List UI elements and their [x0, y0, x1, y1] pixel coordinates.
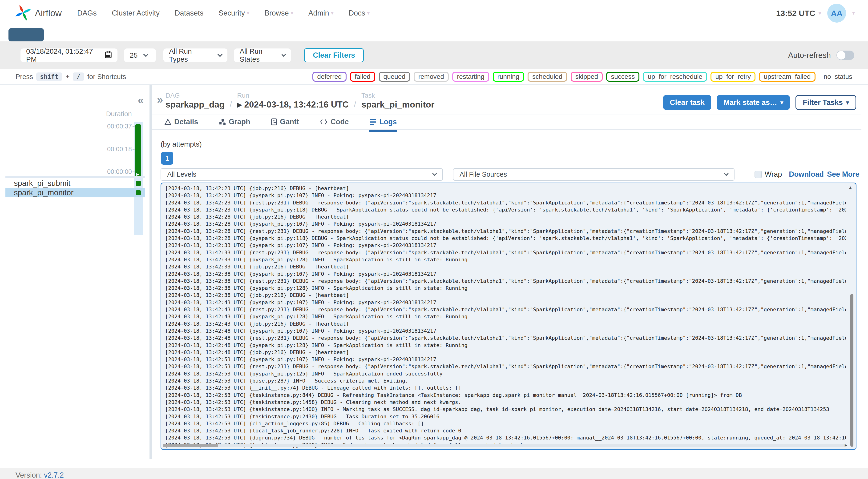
logs-icon: [369, 119, 376, 125]
graph-icon: [219, 118, 226, 125]
chevron-down-icon: [432, 171, 437, 176]
tab-gantt[interactable]: Gantt: [271, 118, 299, 132]
nav-item-docs[interactable]: Docs▾: [349, 9, 370, 18]
horizontal-scrollbar-thumb[interactable]: [163, 444, 218, 447]
shortcut-legend-row: Press shift + / for Shortcuts deferred f…: [0, 69, 868, 84]
run-states-select[interactable]: All Run States: [234, 49, 291, 62]
see-more-link[interactable]: See More: [827, 170, 860, 179]
log-line: [2024-03-18, 13:42:28 UTC] {rest.py:231}…: [165, 228, 846, 235]
collapse-sidebar-icon[interactable]: «: [138, 94, 144, 106]
auto-refresh-group: Auto-refresh: [788, 51, 854, 60]
log-line: [2024-03-18, 13:42:53 UTC] {rest.py:231}…: [165, 363, 846, 370]
mark-state-button[interactable]: Mark state as…▾: [717, 95, 790, 110]
date-filter-input[interactable]: 03/18/2024, 01:52:47 PM: [21, 49, 118, 62]
chevron-down-icon: ▾: [818, 10, 821, 16]
log-line: [2024-03-18, 13:42:33 UTC] {job.py:216} …: [165, 263, 846, 270]
log-line: [2024-03-18, 13:42:38 UTC] {pyspark_pi.p…: [165, 285, 846, 292]
task-state-square[interactable]: [136, 190, 141, 195]
nav-item-datasets[interactable]: Datasets: [175, 9, 204, 18]
duration-tick: 00:00:00: [107, 168, 132, 175]
log-lines: [2024-03-18, 13:42:23 UTC] {job.py:216} …: [161, 183, 856, 449]
wrap-checkbox[interactable]: [754, 171, 762, 178]
vertical-scrollbar-thumb[interactable]: [850, 294, 854, 447]
log-output[interactable]: [2024-03-18, 13:42:23 UTC] {job.py:216} …: [160, 183, 857, 450]
tick-mark: [132, 149, 135, 150]
log-line: [2024-03-18, 13:42:28 UTC] {job.py:216} …: [165, 213, 846, 220]
chevron-down-icon: ▾: [291, 10, 293, 16]
brand-name: Airflow: [35, 8, 62, 18]
status-badge: no_status: [819, 72, 857, 82]
manual-run-icon: ▶: [237, 101, 242, 108]
chevron-down-icon: ▾: [780, 99, 783, 106]
task-row-spark-pi-monitor[interactable]: spark_pi_monitor: [5, 188, 145, 197]
chevron-down-icon: [143, 52, 148, 57]
shortcut-hint: Press shift + / for Shortcuts: [16, 72, 126, 81]
breadcrumb-run: Run ▶ 2024-03-18, 13:42:16 UTC: [237, 92, 349, 109]
dag-link[interactable]: sparkapp_dag: [165, 100, 225, 109]
log-line: [2024-03-18, 13:42:33 UTC] {pyspark_pi.p…: [165, 242, 846, 249]
page-size-select[interactable]: 25: [124, 49, 156, 62]
status-badge: skipped: [571, 72, 603, 82]
log-line: [2024-03-18, 13:42:38 UTC] {pyspark_pi.p…: [165, 270, 846, 278]
auto-refresh-toggle[interactable]: [836, 51, 854, 60]
attempt-1-button[interactable]: 1: [161, 152, 173, 165]
log-line: [2024-03-18, 13:42:53 UTC] {cli_action_l…: [165, 420, 846, 427]
scroll-right-icon[interactable]: ▸: [845, 442, 847, 448]
wrap-toggle-group[interactable]: Wrap: [754, 170, 782, 179]
tab-code[interactable]: Code: [320, 118, 349, 132]
calendar-icon[interactable]: [105, 51, 112, 60]
log-line: [2024-03-18, 13:42:53 UTC] {taskinstance…: [165, 392, 846, 399]
grid-gap-strip: [5, 176, 145, 178]
download-log-link[interactable]: Download: [789, 170, 824, 179]
expand-panel-icon[interactable]: »: [157, 93, 163, 106]
details-icon: [164, 119, 172, 125]
panel-resize-handle[interactable]: [150, 85, 152, 459]
status-badge: success: [606, 72, 640, 82]
clear-filters-button[interactable]: Clear Filters: [304, 48, 364, 62]
duration-axis-label: Duration: [106, 110, 132, 118]
nav-item-browse[interactable]: Browse▾: [265, 9, 293, 18]
tab-logs[interactable]: Logs: [369, 118, 397, 132]
nav-item-dags[interactable]: DAGs: [77, 9, 97, 18]
version-link[interactable]: v2.7.2: [44, 471, 64, 479]
duration-tick: 00:00:18: [107, 146, 132, 153]
avatar[interactable]: AA: [827, 4, 846, 23]
log-line: [2024-03-18, 13:42:38 UTC] {job.py:216} …: [165, 292, 846, 299]
tick-mark: [132, 126, 135, 127]
log-levels-select[interactable]: All Levels: [160, 168, 443, 181]
wrap-label: Wrap: [765, 170, 782, 179]
tab-graph[interactable]: Graph: [219, 118, 250, 132]
task-link[interactable]: spark_pi_monitor: [361, 100, 434, 109]
clipped-button[interactable]: [8, 28, 44, 41]
chevron-down-icon: ▾: [331, 10, 334, 16]
airflow-logo[interactable]: Airflow: [14, 3, 62, 23]
nav-item-admin[interactable]: Admin▾: [308, 9, 334, 18]
task-row-spark-pi-submit[interactable]: spark_pi_submit: [5, 179, 145, 188]
chevron-down-icon: ▾: [367, 10, 370, 16]
nav-item-security[interactable]: Security▾: [218, 9, 249, 18]
task-state-square[interactable]: [136, 181, 141, 186]
nav-item-cluster-activity[interactable]: Cluster Activity: [112, 9, 160, 18]
file-sources-select[interactable]: All File Sources: [453, 168, 735, 181]
filter-tasks-button[interactable]: Filter Tasks▾: [796, 95, 856, 110]
shift-key: shift: [36, 72, 62, 81]
task-actions: Clear task Mark state as…▾ Filter Tasks▾: [663, 95, 856, 110]
clear-task-button[interactable]: Clear task: [663, 95, 711, 110]
tab-details[interactable]: Details: [164, 118, 198, 132]
run-link[interactable]: ▶ 2024-03-18, 13:42:16 UTC: [237, 100, 349, 109]
run-duration-bar[interactable]: ▶: [135, 124, 141, 178]
by-attempts-label: (by attempts): [160, 140, 202, 148]
slash-key: /: [73, 72, 84, 81]
status-badge: queued: [379, 72, 410, 82]
log-line: [2024-03-18, 13:42:28 UTC] {pyspark_pi.p…: [165, 220, 846, 227]
scroll-up-icon[interactable]: ▲: [848, 185, 853, 191]
clock-dropdown[interactable]: 13:52 UTC ▾: [776, 9, 821, 18]
breadcrumb-dag: DAG sparkapp_dag: [165, 92, 225, 109]
log-line: [2024-03-18, 13:42:33 UTC] {pyspark_pi.p…: [165, 256, 846, 263]
horizontal-scrollbar-track[interactable]: [163, 444, 846, 447]
log-line: [2024-03-18, 13:42:53 UTC] {dagrun.py:73…: [165, 434, 846, 441]
version-text: Version: v2.7.2: [16, 471, 64, 479]
run-types-select[interactable]: All Run Types: [163, 49, 227, 62]
status-badge: running: [493, 72, 524, 82]
log-line: [2024-03-18, 13:42:53 UTC] {pyspark_pi.p…: [165, 356, 846, 363]
